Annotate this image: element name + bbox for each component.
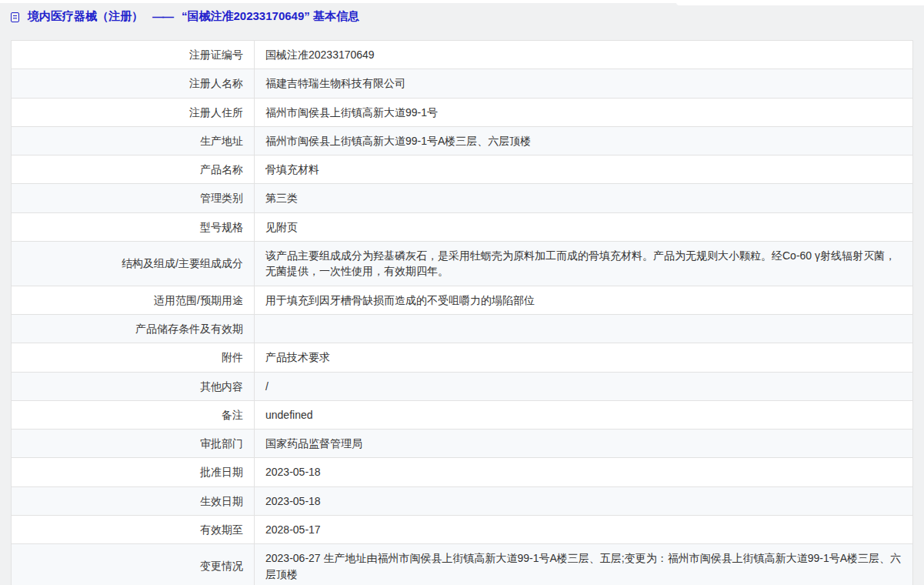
table-row: 审批部门 国家药品监督管理局 (12, 430, 913, 458)
row-label-approval-date: 批准日期 (12, 458, 255, 486)
row-label-product-name: 产品名称 (12, 155, 255, 184)
table-row: 产品名称 骨填充材料 (12, 155, 913, 184)
table-row: 适用范围/预期用途 用于填充到因牙槽骨缺损而造成的不受咀嚼力的塌陷部位 (12, 286, 913, 314)
row-value-registrant-name: 福建吉特瑞生物科技有限公司 (255, 69, 913, 98)
row-value-management-category: 第三类 (255, 184, 913, 212)
registration-info-table: 注册证编号 国械注准20233170649 注册人名称 福建吉特瑞生物科技有限公… (11, 40, 913, 585)
top-right-notch (676, 0, 924, 5)
row-label-model-spec: 型号规格 (12, 212, 255, 241)
row-label-effective-date: 生效日期 (12, 486, 255, 515)
row-value-production-address: 福州市闽侯县上街镇高新大道99-1号A楼三层、六层顶楼 (255, 126, 913, 155)
row-value-attachment: 产品技术要求 (255, 343, 913, 372)
row-value-change-history: 2023-06-27 生产地址由福州市闽侯县上街镇高新大道99-1号A楼三层、五… (255, 544, 913, 585)
row-value-product-name: 骨填充材料 (255, 155, 913, 184)
table-row: 产品储存条件及有效期 (12, 314, 913, 343)
table-row: 注册人名称 福建吉特瑞生物科技有限公司 (12, 69, 913, 98)
document-pages-icon (11, 11, 22, 22)
row-label-change-history: 变更情况 (12, 544, 255, 585)
row-label-registrant-name: 注册人名称 (12, 69, 255, 98)
row-label-other-content: 其他内容 (12, 372, 255, 400)
row-label-certificate-number: 注册证编号 (12, 41, 255, 69)
table-row: 生效日期 2023-05-18 (12, 486, 913, 515)
row-value-intended-use: 用于填充到因牙槽骨缺损而造成的不受咀嚼力的塌陷部位 (255, 286, 913, 314)
row-value-approval-date: 2023-05-18 (255, 458, 913, 486)
table-row: 有效期至 2028-05-17 (12, 516, 913, 544)
table-row: 备注 undefined (12, 400, 913, 429)
table-row: 附件 产品技术要求 (12, 343, 913, 372)
table-row: 生产地址 福州市闽侯县上街镇高新大道99-1号A楼三层、六层顶楼 (12, 126, 913, 155)
row-value-composition: 该产品主要组成成分为羟基磷灰石，是采用牡蛎壳为原料加工而成的骨填充材料。产品为无… (255, 242, 913, 286)
header-title-right: “国械注准20233170649” 基本信息 (182, 9, 359, 24)
table-row: 变更情况 2023-06-27 生产地址由福州市闽侯县上街镇高新大道99-1号A… (12, 544, 913, 585)
row-value-expiry-date: 2028-05-17 (255, 516, 913, 544)
row-label-intended-use: 适用范围/预期用途 (12, 286, 255, 314)
header-dash: —— (152, 10, 172, 23)
row-label-storage-conditions: 产品储存条件及有效期 (12, 314, 255, 343)
row-value-storage-conditions (255, 314, 913, 343)
table-row: 其他内容 / (12, 372, 913, 400)
table-row: 结构及组成/主要组成成分 该产品主要组成成分为羟基磷灰石，是采用牡蛎壳为原料加工… (12, 242, 913, 286)
row-label-production-address: 生产地址 (12, 126, 255, 155)
table-row: 注册证编号 国械注准20233170649 (12, 41, 913, 69)
table-row: 注册人住所 福州市闽侯县上街镇高新大道99-1号 (12, 98, 913, 126)
row-value-model-spec: 见附页 (255, 212, 913, 241)
table-row: 管理类别 第三类 (12, 184, 913, 212)
page-header: 境内医疗器械（注册） —— “国械注准20233170649” 基本信息 (11, 9, 359, 24)
row-label-management-category: 管理类别 (12, 184, 255, 212)
row-label-registrant-address: 注册人住所 (12, 98, 255, 126)
row-label-attachment: 附件 (12, 343, 255, 372)
row-value-certificate-number: 国械注准20233170649 (255, 41, 913, 69)
row-label-approval-department: 审批部门 (12, 430, 255, 458)
row-value-registrant-address: 福州市闽侯县上街镇高新大道99-1号 (255, 98, 913, 126)
row-label-composition: 结构及组成/主要组成成分 (12, 242, 255, 286)
header-title-left: 境内医疗器械（注册） (28, 9, 143, 24)
table-row: 批准日期 2023-05-18 (12, 458, 913, 486)
row-label-expiry-date: 有效期至 (12, 516, 255, 544)
row-value-effective-date: 2023-05-18 (255, 486, 913, 515)
row-value-approval-department: 国家药品监督管理局 (255, 430, 913, 458)
row-value-remarks: undefined (255, 400, 913, 429)
row-label-remarks: 备注 (12, 400, 255, 429)
table-row: 型号规格 见附页 (12, 212, 913, 241)
row-value-other-content: / (255, 372, 913, 400)
